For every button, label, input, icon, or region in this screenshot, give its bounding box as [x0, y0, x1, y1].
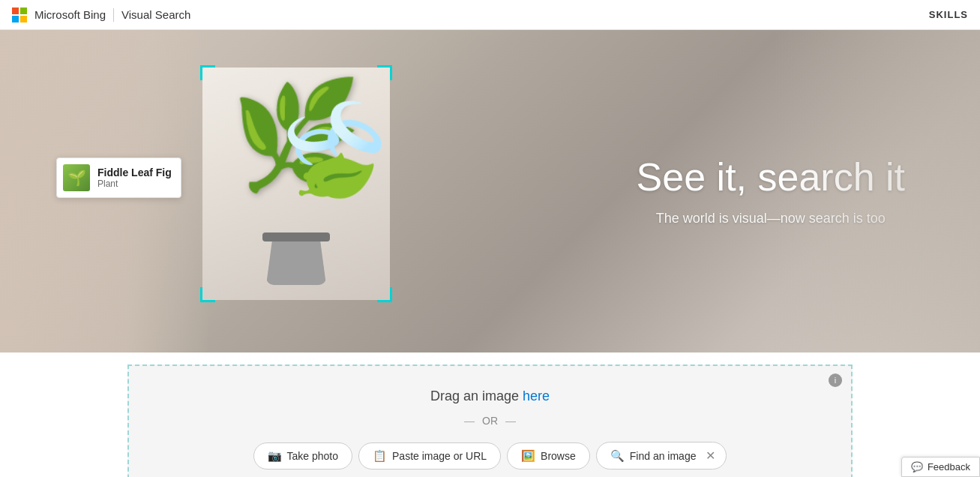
header-divider [113, 8, 114, 22]
paste-image-label: Paste image or URL [392, 450, 487, 462]
action-buttons-row: 📷 Take photo 📋 Paste image or URL 🖼️ Bro… [144, 442, 836, 470]
browse-label: Browse [541, 450, 576, 462]
plant-card[interactable]: 🌱 Fiddle Leaf Fig Plant [56, 158, 181, 198]
or-divider: OR [144, 415, 836, 427]
take-photo-button[interactable]: 📷 Take photo [253, 442, 353, 470]
close-find-icon[interactable]: ✕ [706, 448, 715, 463]
search-icon: 🔍 [610, 449, 625, 463]
info-icon[interactable]: i [829, 374, 842, 387]
corner-bottom-left [200, 287, 215, 302]
drag-text: Drag an image here [144, 388, 836, 404]
plant-name: Fiddle Leaf Fig [97, 166, 172, 178]
logo-blue-square [12, 16, 19, 22]
feedback-label: Feedback [928, 461, 970, 472]
find-image-button[interactable]: 🔍 Find an image ✕ [596, 442, 727, 470]
drag-text-prefix: Drag an image [430, 388, 523, 404]
logo-red-square [12, 8, 19, 14]
take-photo-label: Take photo [287, 450, 339, 462]
browse-button[interactable]: 🖼️ Browse [507, 442, 590, 470]
header: Microsoft Bing Visual Search SKILLS [0, 0, 980, 30]
corner-bottom-right [377, 287, 392, 302]
plant-thumbnail: 🌱 [63, 164, 90, 191]
find-image-label: Find an image [630, 450, 697, 462]
paste-icon: 📋 [373, 449, 387, 463]
plant-card-text: Fiddle Leaf Fig Plant [97, 166, 172, 189]
search-drop-area[interactable]: i Drag an image here OR 📷 Take photo 📋 P… [127, 364, 853, 477]
plant-visual: 🌿 🍃 🍃 [229, 82, 364, 285]
drag-text-here: here [523, 388, 550, 404]
plant-pot-rim [262, 232, 330, 242]
skills-button[interactable]: SKILLS [929, 9, 968, 20]
feedback-button[interactable]: 💬 Feedback [901, 457, 980, 477]
header-brand-label: Microsoft Bing [34, 8, 106, 21]
plant-selection-box: 🌿 🍃 🍃 [202, 68, 390, 300]
corner-top-left [200, 65, 215, 80]
hero-section: 🌿 🍃 🍃 🌱 Fiddle Leaf Fig Plant See it, se… [0, 30, 980, 352]
paste-image-button[interactable]: 📋 Paste image or URL [358, 442, 501, 470]
feedback-icon: 💬 [911, 461, 923, 472]
logo-yellow-square [20, 16, 27, 22]
browse-icon: 🖼️ [521, 449, 535, 463]
plant-pot [266, 240, 326, 285]
bing-logo-grid [12, 8, 27, 22]
or-label: OR [482, 415, 498, 427]
plant-type: Plant [97, 178, 172, 189]
logo-green-square [20, 8, 27, 14]
camera-icon: 📷 [268, 449, 282, 463]
corner-top-right [377, 65, 392, 80]
hero-right-overlay [770, 30, 980, 352]
header-title: Visual Search [121, 8, 190, 21]
bing-logo-area[interactable]: Microsoft Bing [12, 8, 106, 22]
